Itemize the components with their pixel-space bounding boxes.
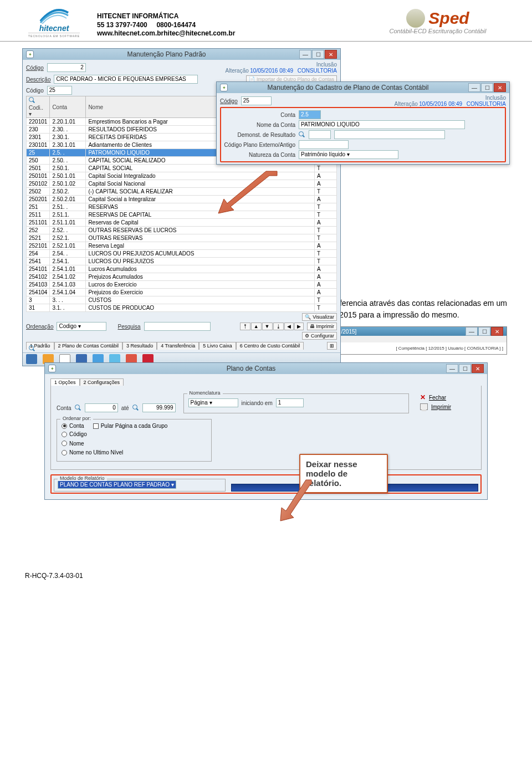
table-row[interactable]: 2522.52. .OUTRAS RESERVAS DE LUCROST [27,227,337,234]
col-conta[interactable]: Conta [50,96,86,118]
nome-conta-input[interactable]: PATRIMONIO LIQUIDO [299,120,465,129]
close-button[interactable]: ✕ [494,83,506,92]
configurar-button[interactable]: ⚙ Configurar [302,332,337,340]
iniciando-input[interactable]: 1 [276,398,304,407]
visualizar-button[interactable]: 🔍 Visualizar [302,313,337,321]
pesquisa-input[interactable] [144,322,211,331]
check-pular-pagina[interactable]: Pular Página a cada Grupo [93,423,168,429]
table-row[interactable]: 2502012.50.2.01Capital Social a Integral… [27,196,337,203]
demonst-label: Demonst. de Resultado [223,132,295,138]
conta-input[interactable]: 2.5 [299,110,321,119]
maximize-button[interactable]: ☐ [312,50,324,59]
minimize-button[interactable]: — [468,83,480,92]
pagina-select[interactable]: Página ▾ [188,398,238,407]
bottom-tabs: 1 Padrão 2 Plano de Contas Contábil 3 Re… [26,342,337,350]
table-row[interactable]: 313.1. .CUSTOS DE PRODUCAOT [27,304,337,312]
ordenacao-select[interactable]: Codigo ▾ [57,322,106,331]
natureza-select[interactable]: Patrimônio líquido ▾ [299,150,398,159]
table-row[interactable]: 25022.50.2.(-) CAPITAL SOCIAL A REALIZAR… [27,188,337,196]
table-row[interactable]: 2501022.50.1.02Capital Social NacionalA [27,180,337,188]
minimize-button[interactable]: — [299,50,311,59]
close-button[interactable]: ✕ [325,50,337,59]
table-row[interactable]: 2511012.51.1.01Reservas de CapitalA [27,219,337,227]
phone-2: 0800-164474 [156,21,196,29]
col-codi[interactable]: Codi.. ▾ [27,96,50,118]
table-cell: 2.30. . [50,126,86,134]
table-row[interactable]: 2501012.50.1.01Capital Social Integraliz… [27,172,337,180]
codigo-input[interactable]: 2 [47,63,86,72]
conta-to-input[interactable]: 99.999 [142,403,176,412]
table-row[interactable]: 25412.54.1.LUCROS OU PREJUIZOST [27,258,337,265]
table-cell: 2521 [27,234,50,242]
cod-plano-input[interactable] [299,140,349,149]
demonst-input[interactable] [309,130,331,139]
radio-nome[interactable]: Nome [62,441,84,447]
footer-code: R-HCQ-7.3.4-03-01 [25,572,507,580]
codigo-input[interactable]: 25 [241,96,272,105]
titlebar[interactable]: ✦ Plano de Contas —☐✕ [45,363,487,374]
nav-next-button[interactable]: ▶ [294,323,304,330]
fechar-button[interactable]: ✕Fechar [420,393,475,401]
codigo2-input[interactable]: 25 [47,86,72,95]
inclusao-label: Inclusão [395,95,506,101]
titlebar[interactable]: ✦ Manutenção Plano Padrão — ☐ ✕ [23,49,340,60]
radio-conta[interactable]: Conta [62,423,84,429]
tab-transferencia[interactable]: 4 Transferência [157,342,199,350]
nav-first-button[interactable]: ⭱ [240,323,250,330]
demonst-desc-input[interactable] [334,130,445,139]
window-icon: ✦ [26,50,34,58]
minimize-button[interactable]: — [466,327,478,336]
maximize-button[interactable]: ☐ [481,83,493,92]
search-icon[interactable] [29,345,35,352]
maximize-button[interactable]: ☐ [478,327,490,336]
search-icon[interactable] [75,405,81,411]
close-button[interactable]: ✕ [472,364,484,373]
table-row[interactable]: 33. . .CUSTOST [27,296,337,304]
table-cell: 2.54.1.03 [50,281,86,289]
status-right: [ Competência [ 12/2015 ] Usuário [ CONS… [396,346,503,351]
imprimir-button[interactable]: Imprimir [420,403,475,410]
maximize-button[interactable]: ☐ [459,364,471,373]
table-row[interactable]: 2541012.54.1.01Lucros AcumuladosA [27,265,337,273]
modelo-select[interactable]: PLANO DE CONTAS PLANO REF PADRAO ▾ [58,480,176,489]
radio-nome-ultimo[interactable]: Nome no Ultimo Nível [62,449,123,456]
table-cell: 2.5. . [50,149,86,157]
table-row[interactable]: 2541032.54.1.03Lucros do ExercicioA [27,281,337,289]
minimize-button[interactable]: — [446,364,458,373]
tab-config[interactable]: 2 Configurações [80,378,124,386]
table-cell: 250102 [27,180,50,188]
conta-from-input[interactable]: 0 [85,403,118,412]
table-row[interactable]: 25012.50.1.CAPITAL SOCIALT [27,165,337,172]
nav-prev-button[interactable]: ◀ [284,323,294,330]
alteracao-value: 10/05/2016 08:49 [419,101,462,107]
tab-plano-contas[interactable]: 2 Plano de Contas Contábil [54,342,123,350]
taskbar-item[interactable] [26,354,37,364]
tab-resultado[interactable]: 3 Resultado [122,342,157,350]
table-cell: 251 [27,203,50,211]
search-icon[interactable] [299,131,305,138]
search-icon[interactable] [132,405,139,411]
imprimir-button[interactable]: 🖶 Imprimir [307,323,337,330]
table-row[interactable]: 2541022.54.1.02Prejuizos AcumuladosA [27,273,337,281]
table-row[interactable]: 2521012.52.1.01Reserva LegalA [27,242,337,250]
tab-centro-custo[interactable]: 6 Centro de Custo Contábil [236,342,304,350]
pesquisa-label: Pesquisa [117,324,140,330]
table-cell: Lucros do Exercicio [86,281,315,289]
table-row[interactable]: 2541042.54.1.04Prejuizos do ExercicioA [27,289,337,296]
company-contact: HITECNET INFORMÁTICA 55 13 3797-7400 080… [97,6,235,38]
close-button[interactable]: ✕ [491,327,503,336]
radio-codigo[interactable]: Código [62,431,87,437]
table-row[interactable]: 2542.54. .LUCROS OU PREJUIZOS ACUMULADOS… [27,250,337,258]
table-row[interactable]: 25212.52.1.OUTRAS RESERVAST [27,234,337,242]
descricao-input[interactable]: CRC PADRAO - MICRO E PEQUENAS EMPRESAS [54,75,198,84]
table-row[interactable]: 25112.51.1.RESERVAS DE CAPITALT [27,211,337,219]
expand-button[interactable]: ⊞ [327,342,337,350]
table-row[interactable]: 2512.51. .RESERVAST [27,203,337,211]
tab-livro-caixa[interactable]: 5 Livro Caixa [199,342,236,350]
callout-deixar-modelo: Deixar nesse modelo de relatório. [299,454,388,493]
titlebar[interactable]: ✦ Manutenção do Cadastro de Plano de Con… [217,82,509,93]
nav-last-button[interactable]: ⭳ [273,323,284,330]
nav-down-button[interactable]: ▼ [262,323,273,330]
tab-opcoes[interactable]: 1 Opções [50,378,80,386]
nav-up-button[interactable]: ▲ [251,323,262,330]
